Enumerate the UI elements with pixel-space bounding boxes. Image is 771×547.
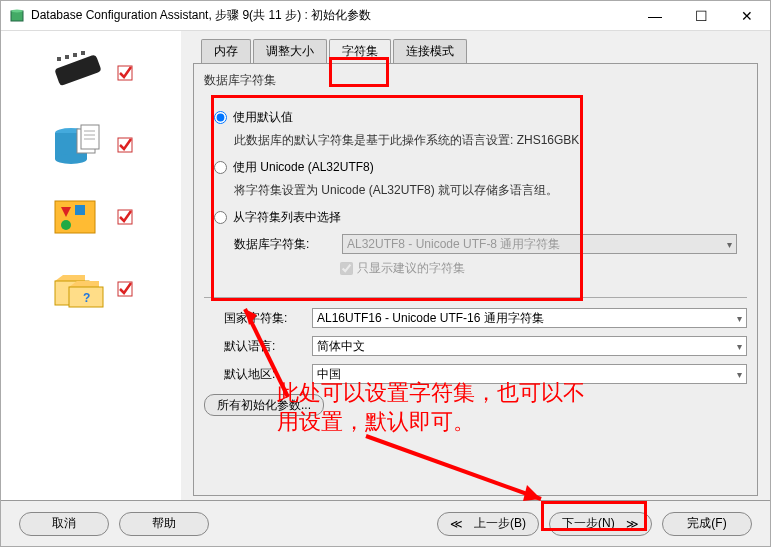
charset-group-title: 数据库字符集 [204,72,747,89]
svg-rect-5 [73,53,77,57]
db-charset-value: AL32UTF8 - Unicode UTF-8 通用字符集 [347,236,560,253]
radio-use-default-input[interactable] [214,111,227,124]
chevron-down-icon: ▾ [737,369,742,380]
finish-button[interactable]: 完成(F) [662,512,752,536]
radio-choose-from-list-input[interactable] [214,211,227,224]
close-button[interactable]: ✕ [724,1,770,31]
titlebar: Database Configuration Assistant, 步骤 9(共… [1,1,770,31]
svg-rect-4 [65,55,69,59]
radio-choose-from-list[interactable]: 从字符集列表中选择 [214,209,737,226]
window-title: Database Configuration Assistant, 步骤 9(共… [31,7,632,24]
chevron-down-icon: ▾ [737,341,742,352]
svg-point-20 [61,220,71,230]
radio-use-default[interactable]: 使用默认值 [214,109,737,126]
help-button[interactable]: 帮助 [119,512,209,536]
radio-use-default-label: 使用默认值 [233,109,293,126]
svg-rect-3 [57,57,61,61]
app-icon [9,8,25,24]
national-charset-select[interactable]: AL16UTF16 - Unicode UTF-16 通用字符集 ▾ [312,308,747,328]
recommended-only-label: 只显示建议的字符集 [357,260,465,277]
step-icon-4: ? [49,267,133,311]
maximize-button[interactable]: ☐ [678,1,724,31]
chevron-down-icon: ▾ [727,239,732,250]
step-icon-2 [49,123,133,167]
next-button[interactable]: 下一步(N) ≫ [549,512,652,536]
svg-point-1 [11,9,23,12]
default-language-select[interactable]: 简体中文 ▾ [312,336,747,356]
main-panel: 内存 调整大小 字符集 连接模式 数据库字符集 使用默认值 此数据库的默认字符集… [181,31,770,500]
radio-use-unicode-input[interactable] [214,161,227,174]
svg-rect-12 [81,125,99,149]
chevron-down-icon: ▾ [737,313,742,324]
chevron-left-icon: ≪ [450,517,463,531]
tab-charset[interactable]: 字符集 [329,39,391,63]
tab-sizing[interactable]: 调整大小 [253,39,327,63]
tab-memory[interactable]: 内存 [201,39,251,63]
step-icon-1 [49,51,133,95]
national-charset-label: 国家字符集: [224,310,304,327]
db-charset-label: 数据库字符集: [234,236,334,253]
recommended-only-checkbox [340,262,353,275]
svg-point-10 [55,154,87,164]
svg-text:?: ? [83,291,90,305]
default-region-select[interactable]: 中国 ▾ [312,364,747,384]
radio-use-default-desc: 此数据库的默认字符集是基于此操作系统的语言设置: ZHS16GBK。 [234,132,737,149]
default-language-label: 默认语言: [224,338,304,355]
charset-tab-panel: 数据库字符集 使用默认值 此数据库的默认字符集是基于此操作系统的语言设置: ZH… [193,63,758,496]
svg-rect-6 [81,51,85,55]
default-region-value: 中国 [317,366,341,383]
tab-connection-mode[interactable]: 连接模式 [393,39,467,63]
wizard-steps-sidebar: ? [1,31,181,500]
national-charset-value: AL16UTF16 - Unicode UTF-16 通用字符集 [317,310,544,327]
default-language-value: 简体中文 [317,338,365,355]
db-charset-select: AL32UTF8 - Unicode UTF-8 通用字符集 ▾ [342,234,737,254]
radio-choose-from-list-label: 从字符集列表中选择 [233,209,341,226]
radio-use-unicode-label: 使用 Unicode (AL32UTF8) [233,159,374,176]
step-icon-3 [49,195,133,239]
chevron-right-icon: ≫ [626,517,639,531]
default-region-label: 默认地区: [224,366,304,383]
tabs: 内存 调整大小 字符集 连接模式 [193,39,758,63]
svg-rect-19 [75,205,85,215]
radio-use-unicode[interactable]: 使用 Unicode (AL32UTF8) [214,159,737,176]
all-init-params-button[interactable]: 所有初始化参数... [204,394,324,416]
wizard-footer: 取消 帮助 ≪ 上一步(B) 下一步(N) ≫ 完成(F) [1,500,770,546]
configuration-assistant-window: Database Configuration Assistant, 步骤 9(共… [0,0,771,547]
minimize-button[interactable]: — [632,1,678,31]
back-button[interactable]: ≪ 上一步(B) [437,512,539,536]
radio-use-unicode-desc: 将字符集设置为 Unicode (AL32UTF8) 就可以存储多语言组。 [234,182,737,199]
svg-rect-2 [54,54,102,86]
cancel-button[interactable]: 取消 [19,512,109,536]
